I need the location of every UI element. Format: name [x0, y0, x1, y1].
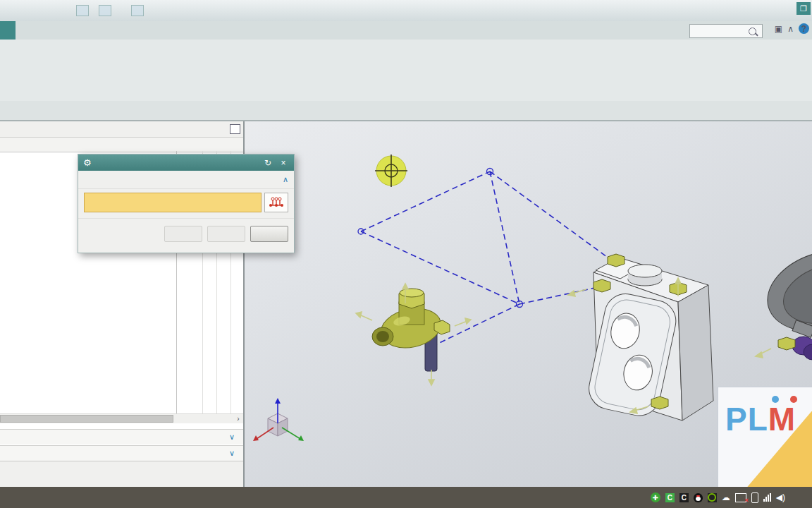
- search-input[interactable]: [692, 26, 749, 36]
- booster-component[interactable]: [758, 237, 812, 360]
- window-restore-icon[interactable]: ❐: [796, 2, 811, 15]
- window-icon[interactable]: [131, 5, 144, 16]
- ribbon-right-icons: ▣ ∧ ?: [775, 23, 809, 34]
- tray-nvidia-icon[interactable]: [708, 493, 717, 502]
- tray-signal-icon[interactable]: [763, 493, 771, 502]
- chevron-down-icon[interactable]: ∨: [229, 449, 240, 458]
- navigator-bottom-strip: [0, 461, 243, 488]
- watermark-logo-text: PLM: [725, 400, 796, 438]
- tray-cloud-icon[interactable]: ☁: [722, 492, 730, 502]
- navigator-column-header[interactable]: ▲: [0, 138, 243, 152]
- tray-battery-icon[interactable]: [751, 492, 758, 503]
- logo-dot-blue: [772, 396, 779, 403]
- dialog-close-icon[interactable]: ×: [278, 158, 289, 168]
- reservoir-block-component[interactable]: [585, 254, 713, 421]
- tray-network-error-icon[interactable]: ×: [735, 493, 746, 502]
- tray-volume-icon[interactable]: ◀): [776, 492, 785, 502]
- horizontal-scrollbar[interactable]: ›: [0, 413, 243, 423]
- dialog-section-header[interactable]: ∧: [78, 171, 294, 189]
- valve-component[interactable]: [372, 289, 450, 371]
- path-vertex-points[interactable]: [358, 169, 523, 308]
- selection-toolbar: [0, 101, 812, 121]
- system-tray: ✚ C C ☁ × ◀): [651, 492, 812, 503]
- sort-ascending-icon[interactable]: ▲: [0, 142, 1, 148]
- tray-green-plus-icon[interactable]: ✚: [651, 492, 660, 502]
- main-area: PLM ▲: [0, 121, 812, 487]
- tray-qq-icon[interactable]: [694, 493, 703, 502]
- save-icon[interactable]: [76, 5, 89, 16]
- cancel-button[interactable]: [250, 226, 288, 242]
- ok-button[interactable]: [164, 226, 202, 242]
- nx-application-window: ❐ ▣ ∧ ?: [0, 0, 812, 508]
- dependencies-section-header[interactable]: ∨: [0, 445, 243, 461]
- chevron-up-icon[interactable]: ∧: [283, 175, 288, 184]
- logo-dot-red: [790, 396, 797, 403]
- view-triad[interactable]: [253, 398, 304, 441]
- file-menu-corner[interactable]: [0, 21, 16, 40]
- dialog-reset-icon[interactable]: ↻: [262, 158, 273, 168]
- panel-restore-icon[interactable]: [230, 124, 240, 134]
- tray-c-icon[interactable]: C: [679, 493, 689, 502]
- select-routing-objects-field[interactable]: [84, 193, 262, 212]
- select-objects-icon[interactable]: [264, 193, 288, 212]
- ribbon: [0, 40, 812, 102]
- windows-taskbar: ✚ C C ☁ × ◀): [0, 487, 812, 508]
- quick-access-toolbar: [76, 5, 144, 16]
- chevron-down-icon[interactable]: ∨: [229, 433, 240, 442]
- tray-camtasia-icon[interactable]: C: [665, 493, 675, 502]
- preview-section-header[interactable]: ∨: [0, 429, 243, 445]
- apply-button[interactable]: [207, 226, 245, 242]
- command-search-box[interactable]: [689, 24, 763, 38]
- gear-icon: ⚙: [83, 157, 92, 168]
- panel-layout-icon[interactable]: ▣: [775, 24, 782, 34]
- undo-icon[interactable]: [99, 5, 111, 16]
- search-icon[interactable]: [749, 28, 756, 35]
- navigator-title-bar: [0, 121, 243, 138]
- selection-ball-cursor[interactable]: [375, 155, 407, 187]
- minimize-ribbon-icon[interactable]: ∧: [787, 24, 794, 34]
- dialog-title-bar[interactable]: ⚙ ↻ ×: [78, 155, 294, 171]
- help-icon[interactable]: ?: [799, 23, 809, 34]
- title-bar: ❐: [0, 0, 812, 22]
- plmhome-watermark: PLM: [718, 387, 812, 488]
- scrollbar-thumb[interactable]: [0, 415, 173, 423]
- scroll-right-arrow-icon[interactable]: ›: [233, 414, 243, 423]
- routing-object-info-dialog: ⚙ ↻ × ∧: [78, 154, 295, 253]
